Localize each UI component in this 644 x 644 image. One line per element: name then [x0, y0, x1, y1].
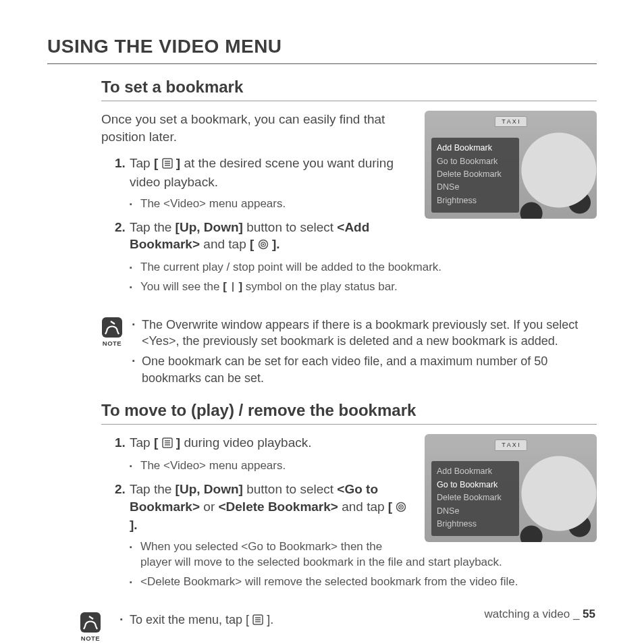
page-number: 55 — [583, 608, 595, 620]
bracket-open: [ — [388, 500, 392, 514]
step-bold: [Up, Down] — [176, 220, 243, 234]
step-text: button to select — [243, 482, 337, 496]
section-heading: To set a bookmark — [101, 76, 597, 101]
sub-item: <Delete Bookmark> will remove the select… — [130, 574, 597, 590]
menu-icon — [252, 613, 263, 629]
section-heading: To move to (play) / remove the bookmark — [101, 400, 597, 425]
step-text: Tap the — [130, 482, 176, 496]
select-icon — [258, 237, 269, 254]
sub-item: The <Video> menu appears. — [130, 196, 597, 212]
menu-item-add: Add Bookmark — [437, 142, 514, 155]
footer-text: watching a video _ — [485, 608, 583, 620]
note-item: One bookmark can be set for each video f… — [132, 353, 597, 386]
step-text: during video playback. — [180, 435, 311, 450]
menu-icon — [162, 156, 173, 173]
sub-item: When you selected <Go to Bookmark> then … — [130, 539, 597, 570]
note-icon: NOTE — [80, 612, 101, 643]
note-text: ]. — [267, 613, 273, 626]
bracket-open: [ — [223, 280, 227, 293]
note-text: To exit the menu, tap [ — [130, 613, 252, 626]
step-2: Tap the [Up, Down] button to select <Go … — [115, 481, 597, 590]
bracket-open: [ — [250, 237, 254, 251]
step-text: Tap the — [130, 220, 176, 234]
bracket-close: ]. — [130, 518, 138, 532]
note-label: NOTE — [80, 635, 101, 643]
step-2: Tap the [Up, Down] button to select <Add… — [115, 219, 597, 295]
note-block-1: NOTE The Overwrite window appears if the… — [47, 317, 597, 390]
step-text: Tap — [130, 435, 154, 450]
step-text: button to select — [243, 220, 337, 234]
page-title: USING THE VIDEO MENU — [47, 34, 597, 64]
note-item: To exit the menu, tap [ ]. — [120, 612, 273, 629]
bar-icon — [232, 282, 234, 292]
sub-text: symbol on the play status bar. — [242, 280, 398, 293]
step-text: and tap — [338, 500, 388, 514]
step-1: Tap [ ] at the desired scene you want du… — [115, 155, 597, 211]
step-text: or — [200, 500, 218, 514]
note-item: The Overwrite window appears if there is… — [132, 317, 597, 350]
taxi-sign: T A X I — [494, 116, 527, 127]
bracket-close: ]. — [272, 237, 280, 251]
menu-icon — [162, 435, 173, 453]
step-1: Tap [ ] during video playback. The <Vide… — [115, 434, 597, 474]
sub-item: You will see the [ ] symbol on the play … — [130, 279, 597, 295]
step-bold: <Delete Bookmark> — [218, 500, 338, 514]
sub-item: The current play / stop point will be ad… — [130, 260, 597, 275]
page-footer: watching a video _ 55 — [485, 607, 595, 622]
step-text: Tap — [130, 156, 154, 170]
note-icon: NOTE — [101, 317, 123, 390]
note-label: NOTE — [101, 340, 123, 348]
select-icon — [396, 500, 406, 517]
step-text: and tap — [200, 237, 250, 251]
bracket-open: [ — [154, 435, 158, 450]
step-bold: [Up, Down] — [176, 482, 243, 496]
sub-item: The <Video> menu appears. — [130, 458, 597, 474]
bracket-open: [ — [154, 156, 158, 170]
section-move-remove-bookmark: To move to (play) / remove the bookmark … — [47, 400, 597, 597]
section-set-bookmark: To set a bookmark T A X I Add Bookmark G… — [47, 76, 597, 302]
sub-text: You will see the — [140, 280, 223, 293]
